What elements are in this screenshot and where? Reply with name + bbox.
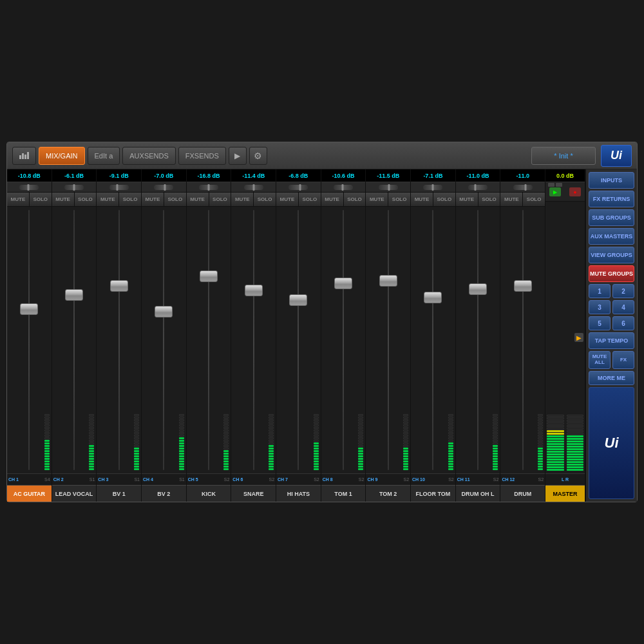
- mute-button-6[interactable]: MUTE: [231, 193, 254, 206]
- master-rec-button[interactable]: ●: [569, 187, 581, 196]
- solo-button-7[interactable]: SOLO: [299, 193, 321, 206]
- aux-sends-button[interactable]: AUXSENDS: [122, 147, 176, 165]
- mute-button-12[interactable]: MUTE: [500, 193, 523, 206]
- solo-button-10[interactable]: SOLO: [433, 193, 455, 206]
- solo-button-6[interactable]: SOLO: [254, 193, 276, 206]
- mute-group-6[interactable]: 6: [612, 316, 634, 330]
- edit-a-button[interactable]: EdIt a: [88, 147, 120, 165]
- solo-button-2[interactable]: SOLO: [75, 193, 97, 206]
- solo-button-5[interactable]: SOLO: [209, 193, 231, 206]
- solo-button-8[interactable]: SOLO: [344, 193, 366, 206]
- channel-label-1[interactable]: AC GUITAR: [7, 485, 52, 502]
- tap-tempo-button[interactable]: TAP TEMPO: [589, 332, 634, 349]
- mute-button-8[interactable]: MUTE: [321, 193, 344, 206]
- mute-group-row-3: 5 6: [589, 316, 634, 330]
- pan-knob-5[interactable]: [199, 185, 218, 190]
- mute-group-2[interactable]: 2: [612, 284, 634, 298]
- pan-knob-8[interactable]: [334, 185, 353, 190]
- sub-groups-button[interactable]: SUB GROUPS: [589, 209, 634, 226]
- fader-handle-10[interactable]: [424, 292, 442, 303]
- pan-knob-3[interactable]: [109, 185, 129, 190]
- fx-button[interactable]: FX: [612, 351, 634, 369]
- mute-groups-button[interactable]: MUTE GROUPS: [589, 265, 634, 282]
- fx-returns-button[interactable]: FX RETURNS: [589, 191, 634, 207]
- inputs-button[interactable]: INPUTS: [589, 172, 634, 189]
- channel-label-10[interactable]: FLOOR TOM: [411, 485, 455, 502]
- vu-segment: [538, 432, 543, 434]
- vu-segment: [403, 417, 408, 419]
- vu-segment: [567, 451, 584, 453]
- fader-handle-2[interactable]: [65, 289, 83, 301]
- mix-gain-button[interactable]: [12, 147, 36, 165]
- vu-segment: [403, 466, 408, 468]
- mute-button-4[interactable]: MUTE: [142, 193, 164, 206]
- mute-button-11[interactable]: MUTE: [456, 193, 478, 206]
- solo-button-3[interactable]: SOLO: [119, 193, 141, 206]
- settings-button[interactable]: ⚙: [249, 147, 267, 165]
- master-play-button[interactable]: ▶: [549, 187, 561, 196]
- mute-button-7[interactable]: MUTE: [276, 193, 299, 206]
- channel-label-7[interactable]: HI HATS: [276, 485, 321, 502]
- mute-group-4[interactable]: 4: [612, 300, 634, 314]
- mute-button-9[interactable]: MUTE: [366, 193, 388, 206]
- mute-button-2[interactable]: MUTE: [52, 193, 75, 206]
- mute-button-10[interactable]: MUTE: [411, 193, 433, 206]
- channel-label-2[interactable]: LEAD VOCAL: [52, 485, 97, 502]
- pan-knob-4[interactable]: [154, 185, 173, 190]
- more-me-button[interactable]: MORE ME: [589, 371, 634, 385]
- fader-handle-8[interactable]: [334, 278, 352, 289]
- vu-meter-9: [403, 210, 408, 470]
- pan-knob-7[interactable]: [289, 185, 308, 190]
- vu-segment: [269, 460, 274, 462]
- vu-segment: [89, 430, 94, 431]
- mute-all-button[interactable]: MUTE ALL: [589, 351, 611, 369]
- mute-group-5[interactable]: 5: [589, 316, 611, 330]
- view-groups-button[interactable]: VIEW GROUPS: [589, 247, 634, 263]
- pan-knob-10[interactable]: [423, 185, 442, 190]
- solo-button-9[interactable]: SOLO: [388, 193, 410, 206]
- channel-label-6[interactable]: SNARE: [231, 485, 276, 502]
- fader-handle-7[interactable]: [289, 294, 307, 306]
- mute-group-3[interactable]: 3: [589, 300, 611, 314]
- solo-button-4[interactable]: SOLO: [164, 193, 186, 206]
- channel-label-3[interactable]: BV 1: [97, 485, 141, 502]
- channel-label-12[interactable]: DRUM: [500, 485, 545, 502]
- fader-handle-4[interactable]: [155, 306, 173, 317]
- channel-label-4[interactable]: BV 2: [142, 485, 186, 502]
- fader-handle-3[interactable]: [110, 280, 128, 292]
- fader-handle-11[interactable]: [469, 283, 487, 295]
- aux-masters-button[interactable]: AUX MASTERS: [589, 228, 634, 245]
- pan-knob-12[interactable]: [513, 185, 533, 190]
- fx-sends-button[interactable]: FXSENDS: [178, 147, 226, 165]
- pan-knob-11[interactable]: [468, 185, 488, 190]
- solo-button-1[interactable]: SOLO: [30, 193, 52, 206]
- mute-button-5[interactable]: MUTE: [187, 193, 209, 206]
- mute-group-1[interactable]: 1: [589, 284, 611, 298]
- channel-label-5[interactable]: KICK: [187, 485, 231, 502]
- pan-knob-1[interactable]: [19, 185, 39, 190]
- master-channel-label[interactable]: MASTER: [545, 485, 585, 502]
- vu-segment: [269, 430, 274, 431]
- channel-label-11[interactable]: DRUM OH L: [456, 485, 500, 502]
- vu-segment: [538, 460, 543, 462]
- vu-segment: [547, 466, 564, 468]
- channel-label-8[interactable]: TOM 1: [321, 485, 366, 502]
- vu-segment: [314, 463, 319, 465]
- fader-handle-1[interactable]: [20, 303, 38, 315]
- master-expand-button[interactable]: ▶: [574, 333, 583, 342]
- fader-handle-12[interactable]: [514, 280, 532, 292]
- fader-handle-9[interactable]: [379, 275, 397, 287]
- mute-button-1[interactable]: MUTE: [7, 193, 30, 206]
- pan-knob-6[interactable]: [244, 185, 263, 190]
- solo-button-12[interactable]: SOLO: [523, 193, 545, 206]
- channel-label-9[interactable]: TOM 2: [366, 485, 410, 502]
- fader-handle-5[interactable]: [200, 270, 218, 282]
- pan-knob-2[interactable]: [64, 185, 84, 190]
- mix-gain-label-button[interactable]: MIX/GAIN: [39, 147, 85, 165]
- solo-button-11[interactable]: SOLO: [478, 193, 500, 206]
- mute-button-3[interactable]: MUTE: [97, 193, 119, 206]
- fader-handle-6[interactable]: [245, 285, 263, 296]
- vu-segment: [314, 453, 319, 455]
- play-button[interactable]: ▶: [229, 147, 247, 165]
- pan-knob-9[interactable]: [379, 185, 398, 190]
